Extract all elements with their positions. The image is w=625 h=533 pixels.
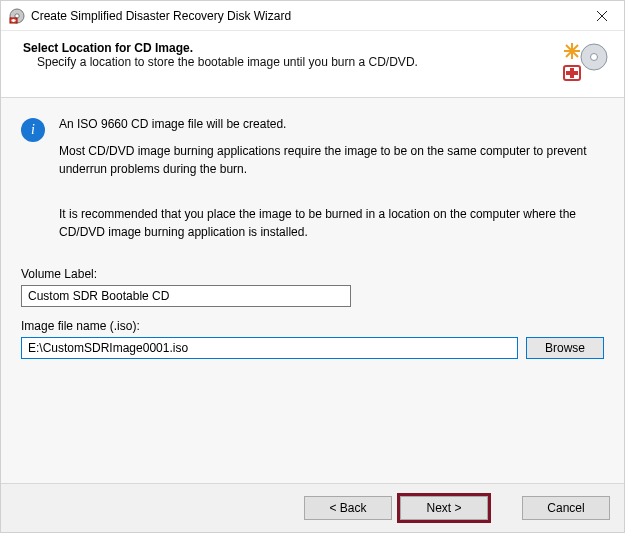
window-title: Create Simplified Disaster Recovery Disk… [31, 9, 580, 23]
page-heading: Select Location for CD Image. [23, 41, 418, 55]
wizard-header: Select Location for CD Image. Specify a … [1, 31, 624, 97]
svg-point-8 [591, 54, 598, 61]
info-line-2: Most CD/DVD image burning applications r… [59, 143, 604, 178]
image-file-caption: Image file name (.iso): [21, 319, 604, 333]
info-text: An ISO 9660 CD image file will be create… [59, 116, 604, 188]
wizard-body: i An ISO 9660 CD image file will be crea… [1, 97, 624, 484]
disc-icon [562, 41, 608, 83]
wizard-footer: < Back Next > Cancel [1, 484, 624, 532]
wizard-window: Create Simplified Disaster Recovery Disk… [0, 0, 625, 533]
svg-rect-4 [12, 20, 16, 21]
back-button[interactable]: < Back [304, 496, 392, 520]
recommendation-text: It is recommended that you place the ima… [59, 206, 604, 241]
info-block: i An ISO 9660 CD image file will be crea… [21, 116, 604, 188]
browse-button[interactable]: Browse [526, 337, 604, 359]
info-line-1: An ISO 9660 CD image file will be create… [59, 116, 604, 133]
titlebar: Create Simplified Disaster Recovery Disk… [1, 1, 624, 31]
close-button[interactable] [580, 1, 624, 31]
image-file-row: Browse [21, 337, 604, 359]
svg-rect-15 [566, 71, 578, 75]
next-button[interactable]: Next > [400, 496, 488, 520]
volume-label-input[interactable] [21, 285, 351, 307]
info-glyph: i [31, 122, 35, 138]
image-file-input[interactable] [21, 337, 518, 359]
info-icon: i [21, 118, 45, 142]
header-text: Select Location for CD Image. Specify a … [23, 41, 418, 69]
page-subheading: Specify a location to store the bootable… [23, 55, 418, 69]
volume-label-caption: Volume Label: [21, 267, 604, 281]
cancel-button[interactable]: Cancel [522, 496, 610, 520]
app-icon [9, 8, 25, 24]
